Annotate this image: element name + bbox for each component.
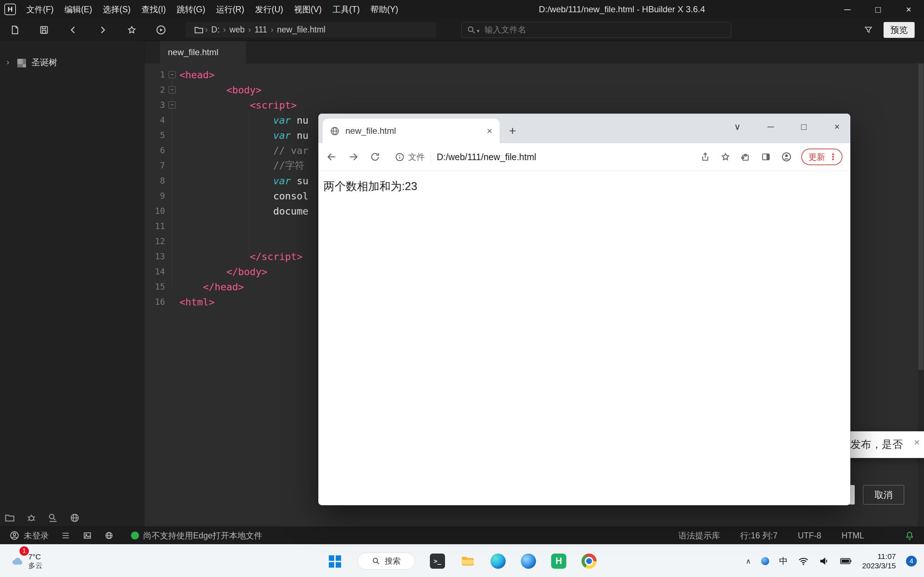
project-tree-item[interactable]: › 圣诞树 [0, 54, 144, 71]
tray-app-icon[interactable] [761, 557, 769, 565]
preview-button[interactable]: 预览 [884, 22, 914, 38]
volume-icon[interactable] [819, 556, 830, 567]
clock[interactable]: 11:07 2023/3/15 [862, 552, 896, 571]
syntax-lib-label[interactable]: 语法提示库 [678, 530, 720, 541]
list-icon[interactable] [61, 531, 70, 540]
minimize-icon[interactable]: ─ [832, 0, 863, 19]
fold-toggle-icon[interactable]: − [168, 71, 176, 78]
update-button[interactable]: 更新 ⋮ [801, 148, 842, 165]
menu-dots-icon[interactable]: ⋮ [829, 152, 837, 162]
menu-item[interactable]: 运行(R) [211, 0, 250, 19]
line-number: 5 [144, 131, 165, 140]
line-number: 11 [144, 221, 165, 231]
chrome-icon[interactable] [581, 553, 597, 569]
close-icon[interactable]: × [893, 0, 924, 19]
ime-indicator[interactable]: 中 [779, 555, 788, 567]
run-icon[interactable] [153, 22, 169, 38]
breadcrumb-item[interactable]: web [229, 25, 245, 35]
debug-icon[interactable] [26, 513, 37, 523]
browser-tab-title: new_file.html [346, 126, 396, 136]
bookmark-star-icon[interactable] [720, 152, 730, 162]
breadcrumb-item[interactable]: 111 [254, 25, 267, 35]
menu-item[interactable]: 跳转(G) [171, 0, 210, 19]
battery-icon[interactable] [840, 557, 852, 566]
fold-toggle-icon[interactable]: − [168, 102, 176, 108]
line-number: 13 [144, 252, 165, 261]
search-results-icon[interactable] [48, 513, 58, 523]
back-icon[interactable] [65, 22, 82, 38]
share-icon[interactable] [700, 152, 710, 162]
filter-icon[interactable] [861, 23, 876, 37]
close-icon[interactable]: × [914, 437, 920, 448]
browser-tab[interactable]: new_file.html × [323, 119, 499, 143]
new-file-icon[interactable] [6, 22, 23, 38]
menu-item[interactable]: 发行(U) [250, 0, 289, 19]
wifi-icon[interactable] [798, 556, 809, 567]
side-panel-icon[interactable] [761, 152, 771, 162]
globe-icon[interactable] [104, 531, 114, 540]
star-icon[interactable] [123, 22, 140, 38]
user-icon[interactable] [10, 530, 19, 541]
line-number: 3 [144, 100, 165, 110]
code-text: <html> [179, 297, 215, 308]
info-icon[interactable] [395, 152, 405, 162]
close-icon[interactable]: × [831, 121, 843, 132]
forward-icon[interactable] [94, 22, 111, 38]
login-status[interactable]: 未登录 [24, 530, 49, 541]
bell-icon[interactable] [905, 530, 914, 541]
web-icon[interactable] [69, 513, 80, 523]
save-icon[interactable] [36, 22, 52, 38]
extensions-icon[interactable] [741, 152, 751, 162]
green-status-icon [131, 532, 139, 540]
reload-icon[interactable] [370, 152, 380, 162]
encoding-label[interactable]: UTF-8 [798, 531, 821, 541]
menu-item[interactable]: 帮助(Y) [365, 0, 404, 19]
url-text[interactable]: D:/web/111/new_file.html [437, 152, 536, 162]
profile-icon[interactable] [781, 152, 792, 162]
chevron-down-icon[interactable]: ∨ [731, 121, 743, 132]
menu-item[interactable]: 编辑(E) [59, 0, 97, 19]
maximize-icon[interactable]: □ [798, 121, 810, 132]
code-text: docume [179, 206, 309, 217]
close-icon[interactable]: × [487, 126, 492, 137]
hbuilderx-icon[interactable]: H [551, 553, 567, 569]
forward-icon[interactable] [348, 152, 359, 162]
scrollbar-thumb[interactable] [918, 63, 924, 370]
screen: H 文件(F)编辑(E)选择(S)查找(I)跳转(G)运行(R)发行(U)视图(… [0, 0, 924, 577]
code-text: var nu [179, 115, 309, 126]
code-line-3: 3−<script> [144, 97, 924, 113]
weather-widget[interactable]: 1 7°C 多云 [11, 545, 43, 577]
browser-icon[interactable] [520, 553, 536, 569]
minimize-icon[interactable]: ─ [764, 121, 777, 132]
files-icon[interactable] [4, 513, 15, 523]
taskbar-search[interactable]: 搜索 [357, 553, 415, 570]
file-search-input[interactable]: ▾ 输入文件名 [461, 22, 731, 38]
back-icon[interactable] [326, 152, 337, 162]
browser-window: new_file.html × + ∨ ─ □ × [318, 114, 850, 505]
chevron-right-icon[interactable]: › [0, 58, 16, 67]
editor-tab[interactable]: new_file.html [160, 41, 246, 63]
new-tab-icon[interactable]: + [509, 124, 516, 137]
fold-guide-line [172, 79, 172, 287]
menu-item[interactable]: 视图(V) [289, 0, 327, 19]
image-icon[interactable] [82, 531, 92, 540]
cursor-position[interactable]: 行:16 列:7 [740, 530, 778, 541]
indent-guide-line [249, 113, 249, 257]
line-number: 8 [144, 176, 165, 185]
filetype-label[interactable]: HTML [842, 531, 864, 541]
edge-icon[interactable] [490, 553, 506, 569]
terminal-icon[interactable]: >_ [430, 553, 446, 569]
fold-toggle-icon[interactable]: − [168, 86, 176, 93]
maximize-icon[interactable]: □ [863, 0, 893, 19]
notification-badge[interactable]: 4 [906, 556, 917, 567]
menu-item[interactable]: 文件(F) [21, 0, 59, 19]
explorer-icon[interactable] [460, 553, 476, 569]
tray-chevron-icon[interactable]: ∧ [746, 557, 751, 566]
menu-item[interactable]: 选择(S) [97, 0, 136, 19]
menu-item[interactable]: 查找(I) [136, 0, 171, 19]
windows-start-icon[interactable] [327, 553, 343, 569]
breadcrumb-item[interactable]: D: [211, 25, 220, 35]
breadcrumb-item[interactable]: new_file.html [277, 25, 325, 35]
dialog-cancel-button[interactable]: 取消 [863, 485, 904, 504]
menu-item[interactable]: 工具(T) [327, 0, 365, 19]
